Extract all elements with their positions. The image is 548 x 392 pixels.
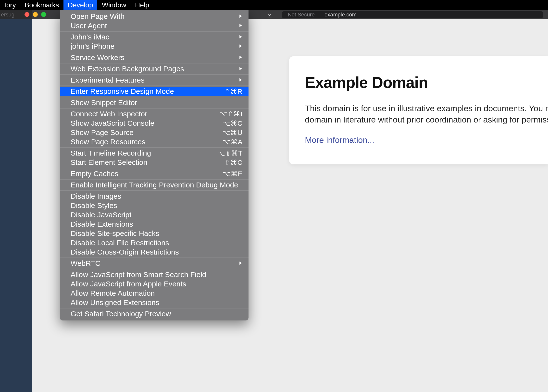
menu-separator: [60, 257, 249, 258]
address-bar[interactable]: Not Secure example.com: [282, 11, 543, 18]
menu-separator: [60, 108, 249, 109]
close-window-button[interactable]: [25, 12, 29, 17]
submenu-arrow-icon: [239, 54, 243, 61]
menu-item[interactable]: John's iMac: [60, 32, 249, 42]
menu-item[interactable]: Disable Site-specific Hacks: [60, 229, 249, 238]
menu-item[interactable]: Start Timeline Recording⌥⇧⌘T: [60, 148, 249, 158]
menu-item-label: Disable Extensions: [71, 220, 133, 228]
menu-item-shortcut: ⌥⇧⌘I: [219, 110, 243, 118]
menu-item[interactable]: Disable JavaScript: [60, 210, 249, 220]
menu-item-label: Open Page With: [71, 12, 125, 21]
menu-item-bookmarks[interactable]: Bookmarks: [20, 0, 63, 10]
menu-item[interactable]: Show JavaScript Console⌥⌘C: [60, 119, 249, 128]
submenu-arrow-icon: [239, 77, 243, 83]
menu-item-label: John's iMac: [71, 33, 109, 41]
menu-item-label: Service Workers: [71, 53, 125, 62]
more-information-link[interactable]: More information...: [305, 135, 374, 145]
menu-item-label: Start Element Selection: [71, 158, 148, 167]
menu-item[interactable]: Web Extension Background Pages: [60, 64, 249, 74]
menu-item[interactable]: Allow Unsigned Extensions: [60, 298, 249, 307]
submenu-arrow-icon: [239, 43, 243, 49]
submenu-arrow-icon: [239, 13, 243, 20]
page-body-text: This domain is for use in illustrative e…: [305, 103, 548, 125]
menu-item[interactable]: Experimental Features: [60, 75, 249, 85]
menu-item[interactable]: WebRTC: [60, 259, 249, 268]
menu-item[interactable]: john's iPhone: [60, 42, 249, 51]
menu-item[interactable]: Connect Web Inspector⌥⇧⌘I: [60, 109, 249, 119]
submenu-arrow-icon: [239, 66, 243, 72]
menu-item[interactable]: Disable Local File Restrictions: [60, 238, 249, 247]
menu-item[interactable]: Allow Remote Automation: [60, 289, 249, 298]
menu-item-label: Disable Images: [71, 192, 121, 200]
menu-item-shortcut: ⌥⌘C: [222, 119, 243, 127]
menu-item[interactable]: Show Snippet Editor: [60, 98, 249, 107]
menu-item-label: Experimental Features: [71, 76, 145, 84]
menu-item-label: Web Extension Background Pages: [71, 65, 184, 73]
menu-item[interactable]: Allow JavaScript from Smart Search Field: [60, 270, 249, 279]
menu-item-label: Allow JavaScript from Smart Search Field: [71, 270, 206, 279]
zoom-window-button[interactable]: [41, 12, 46, 17]
downloads-button[interactable]: [262, 10, 277, 19]
address-url: example.com: [324, 12, 357, 18]
background-window-strip: [0, 19, 32, 392]
menu-item-label: john's iPhone: [71, 42, 114, 50]
window-traffic-lights: [25, 12, 46, 17]
menu-item-shortcut: ⌥⌘E: [223, 170, 243, 178]
menu-item[interactable]: Service Workers: [60, 53, 249, 62]
menu-item[interactable]: Disable Extensions: [60, 220, 249, 229]
menu-separator: [60, 179, 249, 180]
menu-item-label: Show Page Source: [71, 128, 134, 137]
menu-item[interactable]: Get Safari Technology Preview: [60, 309, 249, 318]
menu-separator: [60, 147, 249, 148]
menu-item-shortcut: ⌥⌘U: [222, 129, 243, 137]
menu-separator: [60, 308, 249, 308]
menu-separator: [60, 269, 249, 269]
menu-item-shortcut: ⌃⌘R: [224, 87, 243, 96]
menu-separator: [60, 190, 249, 191]
menu-item-label: Enable Intelligent Tracking Prevention D…: [71, 181, 238, 189]
menu-item-shortcut: ⌥⇧⌘T: [217, 149, 243, 157]
menu-item-label: Allow Remote Automation: [71, 289, 155, 297]
menu-item-label: WebRTC: [71, 259, 100, 268]
menu-item-help[interactable]: Help: [131, 0, 154, 10]
menu-separator: [60, 86, 249, 86]
menu-item[interactable]: Show Page Source⌥⌘U: [60, 128, 249, 137]
menu-item[interactable]: Enable Intelligent Tracking Prevention D…: [60, 180, 249, 190]
menu-separator: [60, 97, 249, 97]
menu-separator: [60, 31, 249, 32]
menu-separator: [60, 63, 249, 63]
menubar: tory Bookmarks Develop Window Help: [0, 0, 548, 10]
menu-item[interactable]: Disable Images: [60, 192, 249, 201]
menu-item-label: Disable Styles: [71, 201, 117, 210]
menu-item-label: Disable Cross-Origin Restrictions: [71, 248, 179, 256]
menu-item-label: Connect Web Inspector: [71, 110, 147, 118]
menu-item-label: Empty Caches: [71, 170, 118, 178]
download-icon: [266, 11, 273, 18]
develop-menu-dropdown: Open Page WithUser AgentJohn's iMacjohn'…: [60, 10, 249, 320]
menu-item[interactable]: Show Page Resources⌥⌘A: [60, 137, 249, 147]
menu-item[interactable]: Enter Responsive Design Mode⌃⌘R: [60, 87, 249, 96]
menu-item-label: Show Snippet Editor: [71, 98, 137, 107]
menu-item-label: Show Page Resources: [71, 138, 145, 146]
menu-separator: [60, 52, 249, 52]
minimize-window-button[interactable]: [33, 12, 38, 17]
menu-item[interactable]: Start Element Selection⇧⌘C: [60, 158, 249, 167]
menu-item[interactable]: Open Page With: [60, 12, 249, 21]
security-status: Not Secure: [288, 12, 315, 18]
submenu-arrow-icon: [239, 34, 243, 40]
menu-item[interactable]: User Agent: [60, 21, 249, 30]
menu-item[interactable]: Empty Caches⌥⌘E: [60, 169, 249, 178]
menu-item-window[interactable]: Window: [97, 0, 131, 10]
menu-item-label: Disable Site-specific Hacks: [71, 229, 159, 238]
menu-item[interactable]: Disable Cross-Origin Restrictions: [60, 247, 249, 257]
menu-item-label: Disable JavaScript: [71, 211, 131, 219]
menu-item-history[interactable]: tory: [0, 0, 20, 10]
page-title: Example Domain: [305, 74, 548, 92]
menu-item-label: Allow Unsigned Extensions: [71, 298, 159, 307]
menu-item-develop[interactable]: Develop: [63, 0, 98, 10]
menu-item[interactable]: Allow JavaScript from Apple Events: [60, 279, 249, 289]
menu-item-label: Start Timeline Recording: [71, 149, 151, 157]
menu-item[interactable]: Disable Styles: [60, 201, 249, 210]
menu-separator: [60, 168, 249, 168]
menu-separator: [60, 74, 249, 75]
